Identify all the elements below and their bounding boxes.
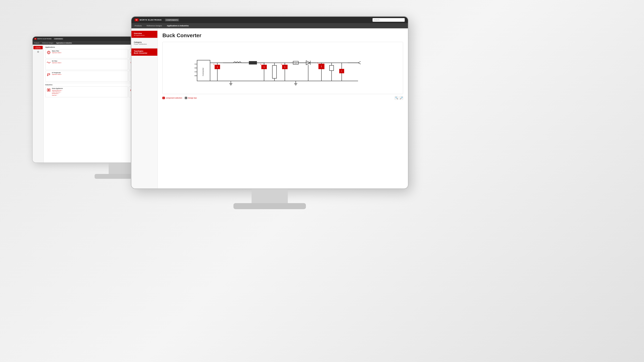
large-topbar: W WÜRTH ELEKTRONIK COMPONENTS Search... [132,17,408,23]
svg-text:+: + [281,63,282,65]
large-logo: W WÜRTH ELEKTRONIK [135,18,162,21]
zoom-controls: 🔍 🔎 [395,96,403,100]
small-nav-refdesigns[interactable]: Reference Designs [42,42,53,44]
small-logo: W WÜRTH ELEKTRONIK [34,38,52,40]
design-tips-num-icon: 1 [185,97,187,99]
large-sidebar-topologies[interactable]: Topologies Buck Converter [132,48,158,56]
svg-point-15 [48,90,49,90]
large-search[interactable]: Search... [372,18,405,22]
design-tips-btn[interactable]: 1 Design tips [185,97,197,99]
large-nav-products[interactable]: Products [135,25,142,27]
large-nav-refdesigns[interactable]: Reference Designs [147,25,162,27]
small-card-mains-filter-title: Mains Filter [52,50,127,52]
large-screen-content: W WÜRTH ELEKTRONIK COMPONENTS Search... … [132,17,408,188]
circuit-diagram: Connector 1 [162,42,403,94]
svg-text:+: + [213,63,214,65]
small-card-dc-filter: DC Filter Application details > [45,59,128,70]
svg-rect-13 [47,89,50,91]
large-screen-frame: W WÜRTH ELEKTRONIK COMPONENTS Search... … [131,16,408,189]
large-sidebar: Overview All applications Category Power… [132,28,158,188]
large-main-content: Buck Converter Connector [158,28,408,188]
svg-text:1: 1 [284,66,285,68]
large-components-badge: COMPONENTS [165,19,179,21]
large-nav-applications[interactable]: Applications & Industries [167,25,189,27]
component-selection-label: component selection [166,97,182,99]
small-sidebar-overview[interactable]: Overview All applications [34,46,43,49]
mains-filter-icon [46,50,51,55]
zoom-in-btn[interactable]: 🔍 [395,96,398,100]
small-card-ic-peripherals: IC Peripherals Application details > [45,71,128,82]
small-sidebar-settings-icon: ⚙ [34,50,43,54]
design-tips-label: Design tips [188,97,197,99]
svg-text:+: + [341,70,342,72]
small-logo-text: WÜRTH ELEKTRONIK [38,38,52,39]
svg-rect-37 [249,61,257,64]
zoom-out-btn[interactable]: 🔎 [400,96,403,100]
component-selection-btn[interactable]: + component selection [162,97,182,99]
small-card-dc-filter-title: DC Filter [52,60,127,62]
svg-text:1: 1 [217,66,218,68]
large-logo-box: W [135,18,138,21]
large-logo-text: WÜRTH ELEKTRONIK [140,19,162,21]
circuit-footer: + component selection 1 Design tips 🔍 🔎 [162,96,403,100]
small-card-home-appliances-title: Home Appliances [52,88,127,89]
large-nav: Products Reference Designs Applications … [132,23,408,28]
small-nav-applications[interactable]: Applications & Industries [56,42,72,44]
large-stand-base [234,203,306,209]
svg-rect-7 [48,73,49,75]
svg-point-14 [48,89,49,91]
svg-text:+: + [317,61,318,64]
monitor-front: W WÜRTH ELEKTRONIK COMPONENTS Search... … [131,16,408,217]
svg-point-12 [47,75,48,76]
dc-filter-icon [46,60,51,65]
component-selection-plus-icon: + [162,97,165,99]
ic-peripherals-icon [46,72,51,76]
large-search-placeholder: Search... [374,19,381,21]
small-card-mains-filter-link[interactable]: Application details > [52,52,127,53]
small-card-ic-peripherals-title: IC Peripherals [52,72,127,73]
small-card-home-appliances: Home Appliances Washing Machines > Coffe… [45,86,128,97]
small-card-ic-peripherals-link[interactable]: Application details > [52,74,127,75]
large-sidebar-divider-2 [132,47,158,48]
small-card-home-appliances-links: Washing Machines > Coffee Machines > Ref… [52,89,127,96]
svg-text:Connector: Connector [202,68,204,76]
svg-text:1: 1 [321,65,322,67]
svg-text:L1: L1 [295,62,297,64]
small-components-badge: COMPONENTS [54,38,63,40]
large-page-title: Buck Converter [162,32,403,39]
small-logo-box: W [34,38,37,40]
large-body: Overview All applications Category Power… [132,28,408,188]
svg-text:1: 1 [264,66,265,68]
large-stand-neck [252,189,288,203]
svg-text:+: + [260,63,261,65]
large-sidebar-overview[interactable]: Overview All applications [132,31,158,38]
small-nav-products[interactable]: Products [34,42,40,44]
small-card-mains-filter: Mains Filter Application details > [45,49,128,58]
large-sidebar-category[interactable]: Category Power Distribution [132,40,158,47]
home-appliances-icon [46,88,51,92]
small-card-dc-filter-link[interactable]: Application details > [52,62,127,63]
small-sidebar: Overview All applications ⚙ [32,45,44,162]
